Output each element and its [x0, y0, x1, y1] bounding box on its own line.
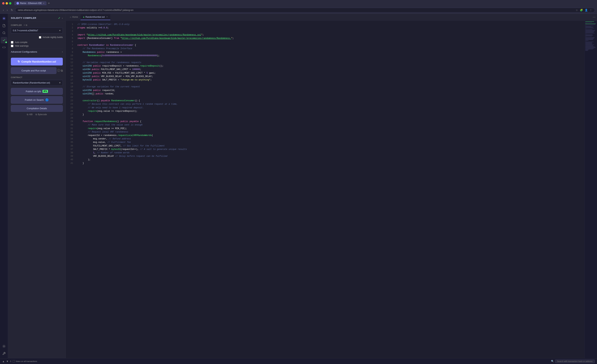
sidebar-header: SOLIDITY COMPILER ✓ ›	[8, 14, 66, 22]
close-button[interactable]	[2, 2, 5, 5]
maximize-button[interactable]	[9, 2, 11, 5]
compilation-details-button[interactable]: Compilation Details	[11, 105, 63, 112]
svg-point-1	[3, 32, 5, 34]
sidebar-item-settings[interactable]	[1, 343, 7, 349]
tab-file[interactable]: ● RandomNumber.sol ✕	[80, 14, 110, 20]
code-line-38: 1, // Number of random words	[78, 151, 581, 155]
new-tab-button[interactable]: +	[47, 1, 51, 5]
advanced-config-row[interactable]: Advanced Configurations ›	[11, 48, 63, 55]
scroll-down-button[interactable]: ▼	[6, 360, 9, 363]
line-num-39: 39	[66, 155, 75, 158]
sidebar-item-search[interactable]	[1, 30, 7, 36]
code-line-33: requestId = randomness.requestLocalVRFRa…	[78, 134, 581, 137]
line-num-37: 37	[66, 148, 75, 151]
sidebar-item-logo	[1, 15, 7, 22]
line-num-35: 35	[66, 141, 75, 144]
compile-button[interactable]: ↻ Compile RandomNumber.sol	[11, 58, 63, 65]
bytecode-button[interactable]: ⧉ Bytecode	[35, 113, 47, 116]
compiler-version-select[interactable]: 0.8.7+commit.e28d00a7	[11, 27, 63, 33]
sidebar-item-compiler[interactable]	[1, 37, 7, 43]
include-nightly-checkbox[interactable]	[39, 36, 41, 39]
copy-compiler-button[interactable]: ⧉	[26, 24, 27, 26]
code-editor: 1 2 3 4 5 6 7 8 9 10 11 12 13 14 15 16 1…	[66, 21, 597, 358]
code-line-41: }	[78, 162, 581, 165]
publish-swarm-button[interactable]: Publish on Swarm 🔵	[11, 96, 63, 104]
hide-warnings-label: Hide warnings	[15, 45, 29, 47]
main-layout: SOLIDITY COMPILER ✓ › COMPILER + ⧉ 0.8.7…	[0, 14, 597, 358]
abi-button[interactable]: ⧉ ABI	[27, 113, 32, 116]
line-num-32: 32	[66, 130, 75, 134]
compilation-details-label: Compilation Details	[27, 107, 47, 110]
check-icon-button[interactable]: ✓	[58, 16, 60, 20]
home-tab-label: Home	[72, 16, 78, 18]
auto-compile-label: Auto compile	[15, 41, 27, 44]
line-num-8: 8	[66, 47, 75, 50]
publish-ipfs-button[interactable]: Publish on Ipfs IPS	[11, 88, 63, 95]
line-num-24: 24	[66, 102, 75, 106]
file-tab-close-icon[interactable]: ✕	[106, 16, 108, 18]
line-num-41: 41	[66, 162, 75, 165]
code-line-19: // Storage variables for the current req…	[78, 85, 581, 89]
code-line-4: import "https://github.com/PureStake/moo…	[78, 33, 581, 37]
compile-run-button[interactable]: Compile and Run script	[11, 67, 56, 74]
bytecode-icon: ⧉	[35, 113, 37, 116]
code-content[interactable]: // SPDX-License-Identifier: GPL-3.0-only…	[75, 21, 584, 358]
advanced-config-label: Advanced Configurations	[11, 50, 37, 53]
tab-close-button[interactable]: ✕	[43, 2, 44, 4]
scroll-up-button[interactable]: ▲	[2, 360, 5, 363]
line-num-6: 6	[66, 40, 75, 44]
code-line-32: // Request local VRF randomness	[78, 130, 581, 134]
copy-script-button[interactable]: ⧉	[61, 69, 63, 72]
sidebar-item-deploy[interactable]	[1, 44, 7, 51]
code-line-36: FULFILLMENT_GAS_LIMIT, // Gas limit for …	[78, 144, 581, 148]
auto-compile-checkbox[interactable]	[11, 41, 13, 44]
line-num-28: 28	[66, 116, 75, 120]
refresh-button[interactable]: ↻	[10, 8, 14, 12]
line-num-18: 18	[66, 82, 75, 85]
line-num-23: 23	[66, 99, 75, 102]
transactions-count: 0	[10, 360, 11, 362]
line-num-34: 34	[66, 137, 75, 141]
advanced-config-arrow-icon: ›	[62, 50, 63, 53]
address-field[interactable]: remix.ethereum.org/#optimize=false&runs=…	[15, 8, 595, 13]
editor-menu-icon[interactable]: ⋯	[593, 15, 596, 19]
contract-select[interactable]: RandomNumber (RandomNumber.sol)	[11, 80, 63, 86]
line-num-13: 13	[66, 64, 75, 68]
minimize-button[interactable]	[6, 2, 8, 5]
code-line-40: );	[78, 158, 581, 162]
menu-icon: ⋮	[589, 9, 592, 12]
url-text: remix.ethereum.org/#optimize=false&runs=…	[18, 9, 134, 11]
minimap	[584, 21, 597, 358]
line-num-7: 7	[66, 44, 75, 47]
line-num-9: 9	[66, 51, 75, 54]
sidebar-item-wrench[interactable]	[1, 350, 7, 357]
extensions-icon: 🧩	[580, 9, 583, 12]
search-input[interactable]	[555, 359, 595, 363]
code-line-5: import {RandomnessConsumer} from "https:…	[78, 37, 581, 40]
expand-button[interactable]: ›	[62, 17, 63, 20]
code-line-22	[78, 96, 581, 99]
forward-button[interactable]: ›	[6, 8, 8, 12]
search-bar-bottom: 🔍	[551, 359, 595, 363]
line-num-30: 30	[66, 123, 75, 127]
profile-icon: 👤	[585, 9, 588, 12]
browser-tab[interactable]: R Remix - Ethereum IDE ✕	[14, 1, 47, 5]
code-line-31: require(msg.value >= MIN_FEE);	[78, 127, 581, 130]
search-icon: 🔍	[551, 360, 554, 363]
contract-section: CONTRACT RandomNumber (RandomNumber.sol)…	[11, 77, 63, 116]
svg-point-2	[3, 346, 4, 347]
code-line-28	[78, 116, 581, 120]
info-button[interactable]: ⓘ	[57, 69, 60, 72]
icon-bar	[0, 14, 8, 358]
code-line-9: Randomness public randomness =	[78, 51, 581, 54]
tab-home[interactable]: ⌂ Home	[67, 14, 80, 20]
listen-checkbox[interactable]	[13, 360, 15, 362]
line-num-40: 40	[66, 158, 75, 162]
hide-warnings-checkbox[interactable]	[11, 45, 13, 47]
titlebar: R Remix - Ethereum IDE ✕ +	[0, 0, 597, 7]
add-compiler-button[interactable]: +	[24, 24, 25, 26]
sidebar: SOLIDITY COMPILER ✓ › COMPILER + ⧉ 0.8.7…	[8, 14, 66, 358]
back-button[interactable]: ‹	[2, 8, 5, 12]
code-line-6	[78, 40, 581, 44]
sidebar-item-files[interactable]	[1, 23, 7, 29]
